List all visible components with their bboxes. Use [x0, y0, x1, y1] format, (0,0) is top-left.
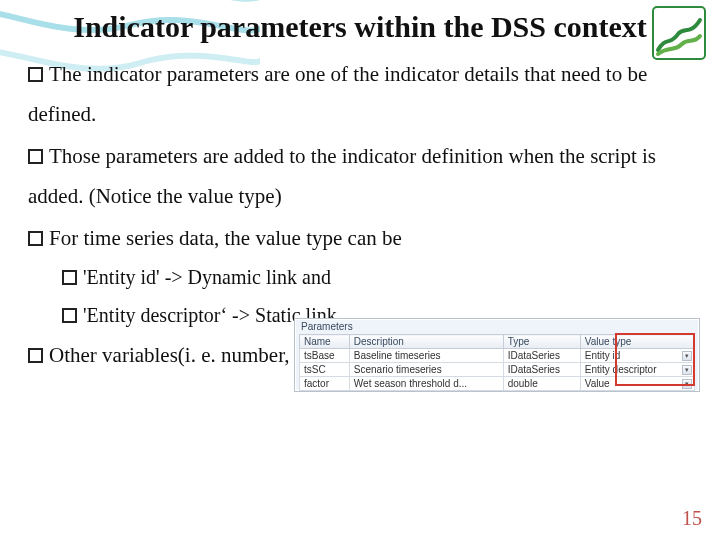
bullet-text: Those parameters are added to the indica… [28, 144, 656, 208]
cell-name: tsBase [300, 349, 350, 363]
cell-desc: Scenario timeseries [349, 363, 503, 377]
table-row: tsBase Baseline timeseries IDataSeries E… [300, 349, 695, 363]
col-name: Name [300, 335, 350, 349]
cell-desc: Baseline timeseries [349, 349, 503, 363]
cell-value-type[interactable]: Entity descriptor▾ [580, 363, 694, 377]
square-bullet-icon [28, 348, 43, 363]
cell-type: IDataSeries [503, 349, 580, 363]
chevron-down-icon[interactable]: ▾ [682, 365, 692, 375]
col-description: Description [349, 335, 503, 349]
panel-title: Parameters [295, 319, 699, 332]
value-type-text: Entity id [585, 350, 621, 361]
cell-value-type[interactable]: Value▾ [580, 377, 694, 391]
cell-type: double [503, 377, 580, 391]
square-bullet-icon [28, 149, 43, 164]
sub-bullet-text: 'Entity id' -> Dynamic link and [83, 266, 331, 288]
bullet-text: The indicator parameters are one of the … [28, 62, 647, 126]
chevron-down-icon[interactable]: ▾ [682, 351, 692, 361]
cell-name: tsSC [300, 363, 350, 377]
col-value-type: Value type [580, 335, 694, 349]
parameters-panel: Parameters Name Description Type Value t… [294, 318, 700, 392]
square-bullet-icon [62, 308, 77, 323]
parameters-table: Name Description Type Value type tsBase … [299, 334, 695, 391]
cell-name: factor [300, 377, 350, 391]
square-bullet-icon [28, 231, 43, 246]
page-number: 15 [682, 507, 702, 530]
square-bullet-icon [28, 67, 43, 82]
value-type-text: Value [585, 378, 610, 389]
value-type-text: Entity descriptor [585, 364, 657, 375]
chevron-down-icon[interactable]: ▾ [682, 379, 692, 389]
bullet-item: The indicator parameters are one of the … [28, 55, 692, 135]
cell-value-type[interactable]: Entity id▾ [580, 349, 694, 363]
bullet-text: For time series data, the value type can… [49, 226, 402, 250]
bullet-item: Those parameters are added to the indica… [28, 137, 692, 217]
square-bullet-icon [62, 270, 77, 285]
table-row: factor Wet season threshold d... double … [300, 377, 695, 391]
table-row: tsSC Scenario timeseries IDataSeries Ent… [300, 363, 695, 377]
table-header-row: Name Description Type Value type [300, 335, 695, 349]
brand-logo [652, 6, 706, 60]
cell-desc: Wet season threshold d... [349, 377, 503, 391]
col-type: Type [503, 335, 580, 349]
cell-type: IDataSeries [503, 363, 580, 377]
sub-bullet-item: 'Entity id' -> Dynamic link and [62, 258, 692, 296]
slide-title: Indicator parameters within the DSS cont… [0, 0, 720, 47]
